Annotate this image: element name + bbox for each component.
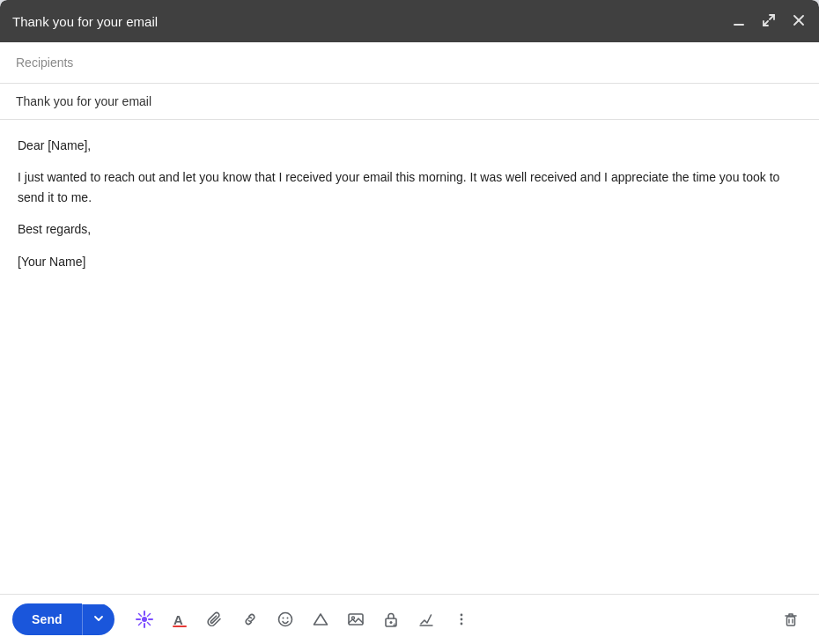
svg-point-26: [460, 618, 462, 621]
svg-point-25: [460, 614, 462, 617]
svg-line-13: [138, 623, 141, 625]
svg-text:+: +: [393, 622, 396, 628]
svg-point-5: [142, 617, 147, 622]
emoji-button[interactable]: [269, 603, 301, 635]
dropdown-arrow-icon: [93, 613, 104, 626]
send-button[interactable]: Send: [12, 603, 82, 635]
svg-rect-28: [787, 617, 795, 625]
toolbar: Send: [0, 594, 819, 644]
body-greeting: Dear [Name],: [18, 136, 801, 155]
drive-button[interactable]: [305, 603, 336, 635]
minimize-icon[interactable]: [731, 12, 747, 31]
expand-icon[interactable]: [761, 12, 777, 31]
svg-text:A: A: [173, 612, 183, 627]
body-closing: Best regards,: [18, 219, 801, 239]
svg-rect-0: [734, 24, 744, 26]
confidential-button[interactable]: +: [375, 603, 407, 635]
delete-button[interactable]: [775, 603, 807, 635]
photo-button[interactable]: [340, 603, 372, 635]
body-paragraph: I just wanted to reach out and let you k…: [18, 167, 801, 207]
svg-line-11: [147, 623, 150, 625]
more-options-button[interactable]: [446, 603, 477, 635]
close-icon[interactable]: [791, 12, 807, 31]
subject-row[interactable]: Thank you for your email: [0, 84, 819, 120]
signature-button[interactable]: [410, 603, 442, 635]
compose-window: Thank you for your email: [0, 0, 819, 644]
title-bar-actions: [731, 12, 807, 31]
svg-point-18: [286, 618, 288, 619]
link-button[interactable]: [234, 603, 266, 635]
send-button-group: Send: [12, 603, 114, 635]
svg-point-17: [282, 618, 284, 619]
ai-icon-button[interactable]: [129, 603, 160, 635]
body-signature: [Your Name]: [18, 252, 801, 271]
window-title: Thank you for your email: [12, 14, 158, 29]
svg-line-12: [147, 614, 150, 617]
send-dropdown-button[interactable]: [82, 604, 114, 635]
attach-button[interactable]: [199, 603, 231, 635]
svg-rect-15: [173, 625, 187, 627]
svg-rect-19: [349, 614, 363, 625]
recipients-label: Recipients: [16, 56, 73, 70]
svg-line-10: [138, 614, 141, 617]
subject-text: Thank you for your email: [16, 94, 151, 108]
title-bar: Thank you for your email: [0, 0, 819, 42]
recipients-row[interactable]: Recipients: [0, 42, 819, 84]
svg-point-27: [460, 623, 462, 625]
format-text-button[interactable]: A: [164, 603, 196, 635]
body-area[interactable]: Dear [Name], I just wanted to reach out …: [0, 120, 819, 594]
